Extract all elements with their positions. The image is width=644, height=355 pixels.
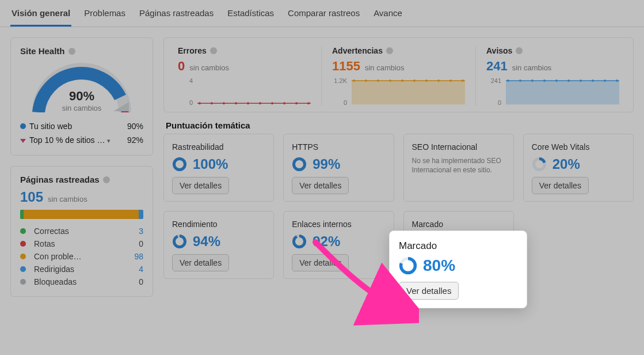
svg-point-44 — [174, 236, 185, 247]
metric-value: 1155 — [332, 59, 360, 74]
theme-title: Rendimiento — [172, 220, 265, 229]
chevron-down-icon[interactable]: ▾ — [107, 137, 110, 144]
sparkline: 2410 — [486, 77, 619, 106]
pct-row: 94% — [172, 233, 265, 250]
theme-pct: 20% — [552, 156, 580, 172]
theme-title: Core Web Vitals — [532, 142, 625, 152]
pages-crawled-title: Páginas rastreadas — [20, 175, 143, 184]
svg-point-11 — [295, 102, 298, 104]
stat-row: Correctas3 — [20, 225, 143, 237]
pages-crawled-title-text: Páginas rastreadas — [20, 175, 100, 184]
svg-point-28 — [519, 80, 521, 82]
stackbar — [20, 210, 143, 219]
svg-point-21 — [425, 80, 428, 82]
nav-tabs: Visión generalProblemasPáginas rastreada… — [0, 0, 644, 27]
metric-title: Advertencias — [332, 46, 465, 55]
svg-rect-25 — [506, 81, 619, 104]
ver-detalles-button[interactable]: Ver detalles — [292, 254, 349, 271]
svg-point-9 — [271, 102, 273, 104]
stat-value[interactable]: 98 — [134, 252, 143, 261]
legend-value: 90% — [127, 122, 143, 131]
svg-point-6 — [235, 102, 237, 104]
ring-icon — [532, 157, 547, 172]
metric-title: Errores — [178, 46, 311, 55]
ring-icon — [292, 157, 307, 172]
ring-icon — [172, 234, 187, 249]
svg-point-15 — [353, 80, 355, 82]
ver-detalles-button[interactable]: Ver detalles — [292, 177, 349, 194]
stat-value[interactable]: 4 — [139, 265, 143, 274]
metric-value-line: 241sin cambios — [486, 59, 619, 74]
svg-point-29 — [531, 80, 534, 82]
stat-key: Con proble… — [20, 252, 82, 261]
pct-row: 20% — [532, 156, 625, 172]
site-health-title-text: Site Health — [20, 46, 65, 56]
site-health-legend: Tu sitio web90%Top 10 % de sitios … ▾92% — [20, 119, 143, 147]
tab-comparar-rastreos[interactable]: Comparar rastreos — [287, 6, 361, 27]
svg-point-16 — [365, 80, 367, 82]
pages-crawled-sub: sin cambios — [48, 195, 87, 203]
svg-point-46 — [294, 236, 305, 247]
svg-point-32 — [567, 80, 570, 82]
ver-detalles-button[interactable]: Ver detalles — [399, 282, 459, 300]
legend-value: 92% — [127, 135, 143, 145]
svg-point-20 — [413, 80, 416, 82]
svg-point-5 — [223, 102, 225, 104]
info-icon[interactable] — [103, 176, 110, 183]
stat-key: Rotas — [20, 239, 55, 248]
metric-value-line: 1155sin cambios — [332, 59, 465, 74]
ver-detalles-button[interactable]: Ver detalles — [172, 254, 229, 271]
stat-value: 0 — [139, 277, 143, 286]
pct-row: 92% — [292, 233, 385, 250]
metric-value: 241 — [486, 59, 508, 74]
pages-crawled-card: Páginas rastreadas 105 sin cambios Corre… — [10, 166, 153, 297]
stat-value[interactable]: 3 — [139, 226, 143, 236]
stat-row: Rotas0 — [20, 237, 143, 250]
tab-p-ginas-rastreadas[interactable]: Páginas rastreadas — [138, 6, 215, 27]
dot-icon — [20, 254, 26, 259]
svg-point-19 — [401, 80, 403, 82]
tab-avance[interactable]: Avance — [372, 6, 403, 27]
metric-title: Avisos — [486, 46, 619, 55]
theme-title: Marcado — [412, 220, 505, 229]
info-icon[interactable] — [516, 47, 523, 54]
svg-point-31 — [555, 80, 558, 82]
info-icon[interactable] — [386, 47, 393, 54]
stat-key: Correctas — [20, 226, 69, 236]
svg-point-34 — [592, 80, 594, 82]
svg-point-30 — [543, 80, 546, 82]
sparkline: 1.2K0 — [332, 77, 465, 106]
svg-point-4 — [211, 102, 213, 104]
gauge-percent: 90% — [30, 89, 134, 104]
metric-advertencias: Advertencias1155sin cambios1.2K0 — [321, 46, 475, 106]
gauge-sub: sin cambios — [30, 104, 134, 112]
theme-card-enlaces-internos: Enlaces internos92%Ver detalles — [283, 211, 394, 279]
metrics-row: Errores0sin cambios40Advertencias1155sin… — [163, 37, 634, 112]
svg-point-38 — [174, 159, 185, 170]
theme-title: Rastreabilidad — [172, 142, 265, 152]
site-health-card: Site Health 90% sin cambios — [10, 37, 153, 156]
metric-sub: sin cambios — [512, 63, 552, 72]
spotlight-title: Marcado — [399, 240, 517, 252]
metric-avisos: Avisos241sin cambios2410 — [475, 46, 630, 106]
svg-point-23 — [449, 80, 452, 82]
svg-point-10 — [283, 102, 285, 104]
ver-detalles-button[interactable]: Ver detalles — [532, 177, 589, 194]
thematic-section-title: Puntuación temática — [163, 112, 634, 134]
spotlight-card: Marcado 80% Ver detalles — [389, 231, 527, 308]
stat-key: Redirigidas — [20, 265, 74, 274]
theme-title: SEO Internacional — [412, 142, 505, 152]
theme-card-https: HTTPS99%Ver detalles — [283, 134, 394, 202]
tab-estad-sticas[interactable]: Estadísticas — [226, 6, 275, 27]
svg-point-3 — [199, 102, 201, 104]
ver-detalles-button[interactable]: Ver detalles — [172, 177, 229, 194]
tab-visi-n-general[interactable]: Visión general — [10, 6, 71, 27]
info-icon[interactable] — [210, 47, 217, 54]
theme-pct: 100% — [193, 156, 228, 172]
tab-problemas[interactable]: Problemas — [83, 6, 127, 27]
info-icon[interactable] — [68, 48, 75, 55]
pages-crawled-value: 105 — [20, 189, 43, 205]
spotlight-pct: 80% — [423, 256, 455, 275]
theme-pct: 94% — [193, 233, 220, 250]
theme-note: No se ha implementado SEO Internacional … — [412, 156, 505, 175]
